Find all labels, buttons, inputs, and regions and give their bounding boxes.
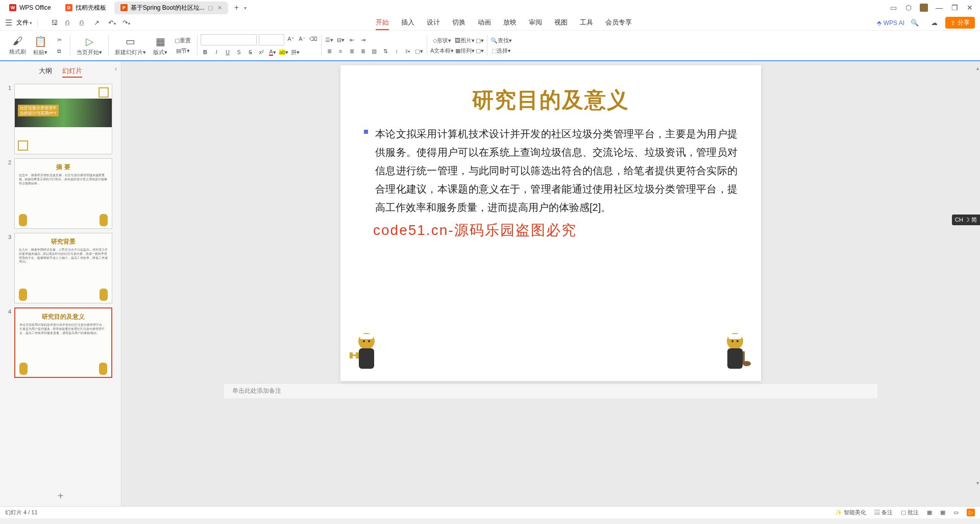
hamburger-icon[interactable]: ☰ (5, 18, 14, 28)
scroll-up-icon[interactable]: ▴ (976, 65, 979, 71)
ime-indicator[interactable]: CH ☽ 简 (952, 215, 980, 225)
bullets-icon[interactable]: ☰▾ (325, 35, 334, 44)
find-button[interactable]: 🔍 查找▾ (491, 36, 512, 45)
outline-tab[interactable]: 大纲 (39, 65, 52, 78)
export-icon[interactable]: ↗ (94, 19, 102, 27)
normal-view-icon[interactable]: ▦ (927, 509, 932, 516)
file-menu-button[interactable]: 文件 (16, 18, 29, 27)
section-button[interactable]: ▤ 节▾ (175, 46, 191, 55)
slide-body[interactable]: 本论文拟采用计算机技术设计并开发的社区垃圾分类管理平台，主要是为用户提供服务。使… (340, 114, 761, 240)
copy-icon[interactable]: ⧉ (55, 46, 64, 56)
indent-left-icon[interactable]: ⇤ (347, 35, 356, 44)
slide-thumbnail-2[interactable]: 摘 要 近些年，随着经济增长迅速发展，社区垃圾分类管理越来越受重视...实验结果… (14, 158, 112, 229)
ribbon-tab-animation[interactable]: 动画 (478, 16, 491, 30)
search-icon[interactable]: 🔍 (911, 19, 919, 27)
align-center-icon[interactable]: ≡ (336, 46, 345, 56)
user-avatar-icon[interactable] (920, 4, 928, 12)
superscript-icon[interactable]: x² (257, 47, 266, 57)
shadow-icon[interactable]: S (234, 47, 243, 57)
increase-font-icon[interactable]: A⁺ (286, 34, 296, 43)
slide-canvas[interactable]: ▴ 研究目的及意义 本论文拟采用计算机技术设计并开发的社区垃圾分类管理平台，主要… (121, 61, 980, 506)
collapse-panel-icon[interactable]: ‹ (115, 65, 117, 73)
scroll-down-icon[interactable]: ▾ (976, 480, 979, 486)
slide-counter[interactable]: 幻灯片 4 / 11 (5, 509, 38, 516)
cut-icon[interactable]: ✂ (55, 35, 64, 44)
tab-menu-dropdown[interactable]: ▾ (244, 5, 247, 11)
notes-toggle[interactable]: ▤ 备注 (874, 509, 893, 516)
shape-button[interactable]: ◇ 形状▾ (430, 36, 454, 45)
fill-button[interactable]: ▢▾ (476, 36, 484, 45)
sorter-view-icon[interactable]: ▦ (940, 509, 945, 516)
notes-input[interactable]: 单击此处添加备注 (224, 383, 877, 398)
print-icon[interactable]: ⎙ (65, 19, 74, 27)
indent-right-icon[interactable]: ⇥ (358, 35, 368, 44)
font-family-select[interactable] (201, 34, 257, 45)
slide-thumbnail-3[interactable]: 研究背景 近几年，随着中国经济发展，人民生活水平日益提高，对环境卫生的要求越来越… (14, 233, 112, 303)
slide-thumbnail-4[interactable]: 研究目的及意义 本论文拟采用计算机技术设计并开发的社区垃圾分类管理平台，主要是为… (14, 307, 112, 378)
add-tab-button[interactable]: + (229, 1, 244, 14)
clear-format-icon[interactable]: ⌫ (309, 34, 318, 43)
font-color-icon[interactable]: A▾ (268, 47, 277, 57)
bold-icon[interactable]: B (201, 47, 210, 57)
arrange-button[interactable]: ▦ 排列▾ (455, 46, 475, 55)
cloud-icon[interactable]: ☁ (931, 19, 939, 27)
slide-thumbnail-1[interactable]: 社区垃圾分类管理平 台的设计与实现PPT (14, 84, 112, 154)
print-preview-icon[interactable]: ⎙ (80, 19, 88, 27)
ribbon-tab-review[interactable]: 审阅 (529, 16, 542, 30)
new-slide-button[interactable]: ▭ 新建幻灯片▾ (112, 34, 149, 57)
spacing-icon[interactable]: ⫴▾ (403, 46, 412, 56)
align-left-icon[interactable]: ≣ (325, 46, 334, 56)
reading-view-icon[interactable]: ▭ (953, 509, 959, 516)
close-window-icon[interactable]: ✕ (966, 4, 974, 12)
redo-icon[interactable]: ↷▾ (122, 19, 131, 27)
from-current-button[interactable]: ▷ 当页开始▾ (74, 34, 105, 57)
textbox-button[interactable]: A 文本框▾ (430, 46, 454, 55)
ribbon-tab-tools[interactable]: 工具 (580, 16, 593, 30)
highlight-icon[interactable]: ab▾ (279, 47, 288, 57)
add-slide-button[interactable]: + (0, 486, 121, 506)
slideshow-view-icon[interactable]: ▷ (967, 509, 975, 516)
wps-ai-button[interactable]: ⬘ WPS AI (877, 19, 904, 27)
save-icon[interactable]: 🖫 (51, 19, 59, 27)
italic-icon[interactable]: I (212, 47, 221, 57)
format-painter-button[interactable]: 🖌 格式刷 (6, 34, 29, 57)
tab-document[interactable]: P 基于Spring Boot的社区垃... ▢ × (114, 2, 228, 14)
current-slide[interactable]: 研究目的及意义 本论文拟采用计算机技术设计并开发的社区垃圾分类管理平台，主要是为… (340, 65, 761, 381)
close-tab-icon[interactable]: × (218, 4, 222, 12)
outline-button[interactable]: ▢▾ (476, 46, 484, 55)
ribbon-tab-transition[interactable]: 切换 (452, 16, 465, 30)
slide-title[interactable]: 研究目的及意义 (340, 65, 761, 114)
ribbon-tab-design[interactable]: 设计 (427, 16, 440, 30)
ribbon-tab-start[interactable]: 开始 (376, 16, 389, 30)
line-height-icon[interactable]: ⇅ (381, 46, 390, 56)
underline-icon[interactable]: U (223, 47, 232, 57)
tab-wps-office[interactable]: W WPS Office (3, 2, 57, 13)
layout-button[interactable]: ▦ 版式▾ (150, 34, 170, 57)
decrease-font-icon[interactable]: A⁻ (298, 34, 307, 43)
picture-button[interactable]: 🖼 图片▾ (455, 36, 475, 45)
align-right-icon[interactable]: ≣ (347, 46, 356, 56)
ribbon-tab-member[interactable]: 会员专享 (605, 16, 632, 30)
window-snap-icon[interactable]: ▭ (889, 4, 897, 12)
comments-toggle[interactable]: ▢ 批注 (901, 509, 919, 516)
columns-icon[interactable]: ▥ (370, 46, 379, 56)
cube-icon[interactable]: ⬡ (904, 4, 913, 12)
slides-tab[interactable]: 幻灯片 (62, 65, 82, 78)
text-direction-icon[interactable]: ↕ (392, 46, 401, 56)
tab-template[interactable]: D 找稻壳模板 (59, 2, 112, 14)
minimize-icon[interactable]: — (935, 4, 943, 12)
paste-button[interactable]: 📋 粘贴▾ (30, 34, 51, 57)
ribbon-tab-slideshow[interactable]: 放映 (503, 16, 517, 30)
numbering-icon[interactable]: ⊟▾ (336, 35, 345, 44)
ribbon-tab-view[interactable]: 视图 (554, 16, 568, 30)
smart-align-icon[interactable]: ▢▾ (414, 46, 424, 56)
pinyin-icon[interactable]: 拼▾ (290, 47, 300, 57)
share-button[interactable]: ⇪ 分享 (945, 17, 975, 29)
undo-icon[interactable]: ↶▾ (108, 19, 116, 27)
maximize-icon[interactable]: ❐ (950, 4, 959, 12)
select-button[interactable]: ⬚ 选择▾ (491, 46, 512, 55)
ribbon-tab-insert[interactable]: 插入 (401, 16, 414, 30)
reset-button[interactable]: ▢ 重置 (175, 36, 191, 45)
font-size-select[interactable] (259, 34, 284, 45)
strikethrough-icon[interactable]: S̶ (246, 47, 255, 57)
